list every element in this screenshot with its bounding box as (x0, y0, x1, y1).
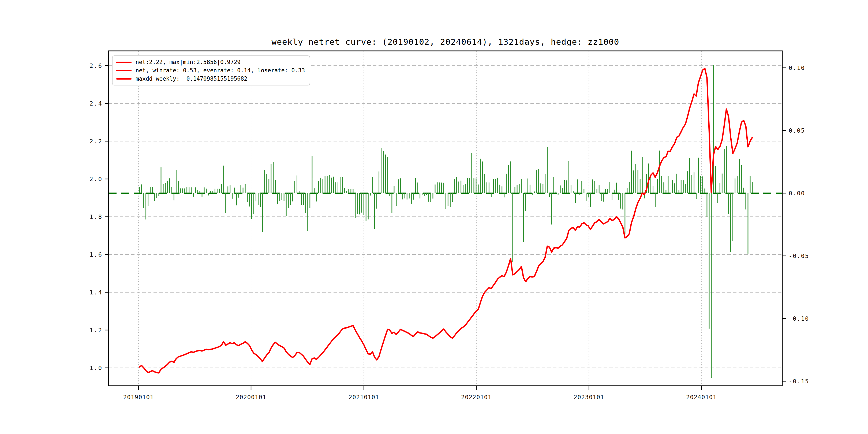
figure: weekly netret curve: (20190102, 20240614… (0, 0, 868, 434)
legend-item-label: net, winrate: 0.53, evenrate: 0.14, lose… (135, 67, 305, 74)
tick-label: -0.15 (789, 378, 809, 385)
tick-label: 20200101 (236, 394, 266, 401)
tick-label: 1.6 (90, 251, 103, 258)
gridlines (108, 51, 782, 386)
legend-item-maxdd: maxdd_weekly: -0.1470985155195682 (116, 75, 305, 82)
tick-label: 2.0 (90, 176, 103, 182)
tick-label: 0.00 (789, 190, 805, 197)
tick-label: 20230101 (574, 394, 604, 401)
red-line-swatch-icon (116, 62, 131, 63)
red-line-swatch-icon (116, 70, 131, 71)
legend-item-net: net:2.22, max|min:2.5856|0.9729 (116, 59, 305, 65)
tick-label: 20220101 (461, 394, 492, 401)
net-line (140, 68, 752, 373)
tick-label: 1.8 (90, 214, 103, 220)
tick-label: -0.10 (789, 315, 809, 322)
tick-label: 1.4 (90, 289, 103, 296)
tick-label: 0.05 (789, 127, 805, 134)
tick-label: 20240101 (686, 394, 717, 401)
net-curve (140, 68, 752, 373)
tick-label: -0.05 (789, 253, 809, 259)
tick-label: 2.6 (90, 62, 103, 69)
tick-label: 2.2 (90, 138, 103, 145)
legend: net:2.22, max|min:2.5856|0.9729 net, win… (112, 56, 310, 86)
tick-label: 20190101 (123, 394, 154, 401)
tick-marks (105, 66, 786, 390)
axes (108, 51, 782, 386)
legend-item-label: net:2.22, max|min:2.5856|0.9729 (135, 59, 241, 65)
legend-item-winrate: net, winrate: 0.53, evenrate: 0.14, lose… (116, 67, 305, 74)
tick-label: 2.4 (90, 100, 103, 107)
tick-label: 20210101 (348, 394, 379, 401)
tick-label: 1.0 (90, 365, 103, 371)
legend-item-label: maxdd_weekly: -0.1470985155195682 (135, 75, 247, 82)
tick-label: 0.10 (789, 65, 805, 71)
red-line-swatch-icon (116, 78, 131, 80)
tick-label: 1.2 (90, 327, 103, 334)
